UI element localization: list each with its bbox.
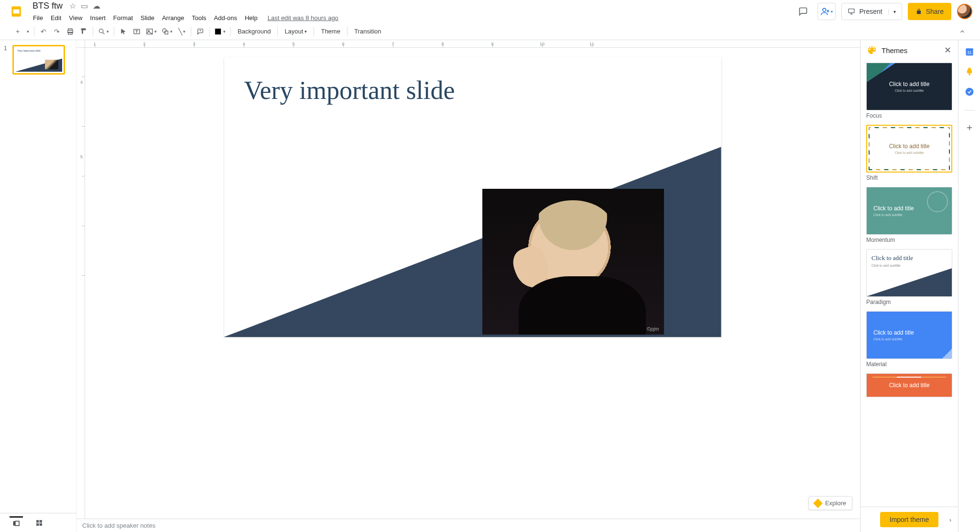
shape-tool[interactable]: ▾: [160, 25, 174, 38]
svg-rect-3: [849, 9, 854, 13]
slide-viewport[interactable]: Very important slide ©pjm: [85, 48, 860, 519]
themes-list[interactable]: Click to add title Click to add subtitle…: [860, 61, 958, 507]
ruler-horizontal[interactable]: 1234567891011: [85, 40, 860, 48]
close-icon[interactable]: ✕: [944, 45, 951, 55]
menubar: File Edit View Insert Format Slide Arran…: [30, 12, 338, 23]
last-edit-link[interactable]: Last edit was 8 hours ago: [268, 14, 338, 22]
side-rail: 31 ＋: [958, 40, 980, 532]
layout-label: Layout: [284, 28, 303, 35]
cloud-icon[interactable]: ☁: [93, 1, 100, 11]
separator: [964, 110, 975, 110]
separator: [209, 27, 210, 36]
explore-button[interactable]: Explore: [808, 496, 852, 510]
comment-tool[interactable]: [194, 25, 207, 38]
menu-addons[interactable]: Add-ons: [211, 12, 240, 23]
filmstrip-slide[interactable]: 1 Very important slide: [4, 45, 72, 75]
menu-view[interactable]: View: [65, 12, 86, 23]
theme-preview-title: Click to add title: [873, 329, 914, 336]
filmstrip: 1 Very important slide: [0, 40, 76, 513]
theme-preview-subtitle: Click to add subtitle: [889, 151, 930, 154]
hide-menus-button[interactable]: [956, 25, 969, 38]
menu-format[interactable]: Format: [110, 12, 136, 23]
theme-preview-title: Click to add title: [889, 81, 930, 87]
textbox-tool[interactable]: [131, 25, 143, 38]
theme-preview-subtitle: Click to add subtitle: [873, 213, 903, 217]
filmstrip-view-button[interactable]: [10, 516, 23, 530]
menu-arrange[interactable]: Arrange: [159, 12, 187, 23]
present-caret-icon[interactable]: ▾: [888, 9, 896, 14]
keep-icon[interactable]: [965, 67, 974, 76]
svg-point-2: [823, 8, 826, 11]
speaker-notes[interactable]: Click to add speaker notes: [76, 519, 860, 532]
ruler-corner: [76, 40, 85, 48]
theme-preview-title: Click to add title: [889, 382, 930, 389]
theme-label: Shift: [866, 174, 952, 181]
theme-next[interactable]: Click to add title: [866, 373, 952, 397]
menu-tools[interactable]: Tools: [188, 12, 209, 23]
share-button[interactable]: Share: [908, 3, 951, 20]
paint-format-button[interactable]: [77, 25, 90, 38]
view-bar: [0, 513, 76, 532]
theme-shift[interactable]: Click to add title Click to add subtitle…: [866, 125, 952, 181]
add-person-button[interactable]: ▾: [817, 3, 836, 20]
separator: [191, 27, 191, 36]
chevron-right-icon[interactable]: ›: [949, 516, 951, 523]
move-icon[interactable]: ▭: [81, 1, 88, 11]
theme-preview-title: Click to add title: [873, 205, 914, 212]
doc-title[interactable]: BTS ftw: [30, 0, 65, 12]
palette-icon: [867, 45, 877, 55]
theme-button[interactable]: Theme: [317, 25, 344, 38]
import-theme-button[interactable]: Import theme: [880, 512, 938, 527]
background-button[interactable]: Background: [234, 25, 274, 38]
print-button[interactable]: [64, 25, 76, 38]
caret-icon: ▾: [831, 10, 833, 14]
menu-edit[interactable]: Edit: [47, 12, 65, 23]
svg-text:31: 31: [967, 50, 972, 55]
svg-rect-18: [40, 523, 42, 525]
comments-icon[interactable]: [795, 3, 812, 20]
menu-slide[interactable]: Slide: [137, 12, 158, 23]
menu-insert[interactable]: Insert: [87, 12, 109, 23]
menu-help[interactable]: Help: [241, 12, 261, 23]
theme-paradigm[interactable]: Click to add title Click to add subtitle…: [866, 249, 952, 305]
calendar-icon[interactable]: 31: [965, 47, 974, 56]
redo-button[interactable]: ↷: [51, 25, 63, 38]
menu-file[interactable]: File: [30, 12, 46, 23]
theme-label: Momentum: [866, 237, 952, 243]
theme-momentum[interactable]: Click to add title Click to add subtitle…: [866, 187, 952, 243]
theme-focus[interactable]: Click to add title Click to add subtitle…: [866, 63, 952, 119]
svg-rect-1: [13, 10, 20, 14]
svg-rect-14: [15, 521, 19, 525]
separator: [114, 27, 114, 36]
theme-label: Material: [866, 361, 952, 368]
separator: [314, 27, 314, 36]
present-button[interactable]: Present ▾: [841, 3, 902, 20]
account-avatar[interactable]: [957, 4, 972, 19]
undo-button[interactable]: ↶: [37, 25, 50, 38]
ruler-vertical[interactable]: 12345: [76, 48, 85, 519]
slide-canvas[interactable]: Very important slide ©pjm: [224, 57, 721, 337]
zoom-button[interactable]: ▾: [96, 25, 111, 38]
grid-view-button[interactable]: [33, 516, 46, 530]
theme-material[interactable]: Click to add title Click to add subtitle…: [866, 311, 952, 368]
doc-info: BTS ftw ☆ ▭ ☁ File Edit View Insert Form…: [30, 0, 338, 23]
slides-logo[interactable]: [8, 3, 25, 20]
layout-button[interactable]: Layout▾: [281, 25, 311, 38]
add-addon-icon[interactable]: ＋: [965, 121, 974, 134]
tasks-icon[interactable]: [965, 87, 974, 97]
svg-point-7: [99, 29, 103, 33]
transition-button[interactable]: Transition: [350, 25, 385, 38]
select-tool[interactable]: [117, 25, 130, 38]
star-icon[interactable]: ☆: [69, 1, 76, 11]
new-slide-button[interactable]: ＋: [11, 25, 24, 38]
svg-point-23: [965, 88, 973, 96]
slide-image[interactable]: ©pjm: [482, 189, 664, 335]
line-tool[interactable]: ╲ ▾: [175, 25, 188, 38]
separator: [277, 27, 278, 36]
import-theme-bar: Import theme ›: [860, 507, 958, 532]
new-slide-caret[interactable]: ▾: [25, 25, 31, 38]
fill-color-tool[interactable]: ▾: [213, 25, 228, 38]
image-tool[interactable]: ▾: [144, 25, 159, 38]
themes-panel: Themes ✕ Click to add title Click to add…: [860, 40, 958, 532]
slide-title-text[interactable]: Very important slide: [244, 76, 455, 105]
